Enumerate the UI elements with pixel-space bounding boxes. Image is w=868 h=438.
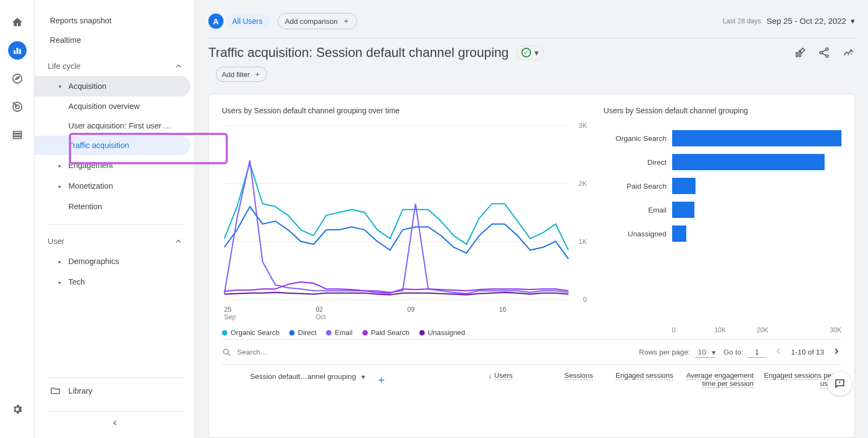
report-card: Users by Session default channel groupin… bbox=[208, 94, 855, 438]
svg-rect-7 bbox=[13, 134, 21, 136]
insights-icon[interactable] bbox=[842, 47, 855, 59]
date-range-picker[interactable]: Sep 25 - Oct 22, 2022 ▾ bbox=[767, 16, 855, 26]
rows-per-page: Rows per page: 10 ▾ bbox=[639, 347, 716, 358]
dimension-picker[interactable]: Session default…annel grouping ▾ ＋ bbox=[222, 365, 440, 395]
bar-axis: 010K20K30K bbox=[672, 326, 841, 334]
folder-icon bbox=[50, 385, 61, 396]
home-icon[interactable] bbox=[8, 13, 27, 31]
title-actions bbox=[794, 47, 855, 59]
reports-icon[interactable] bbox=[8, 41, 27, 60]
add-dimension-button[interactable]: ＋ bbox=[376, 372, 387, 387]
prev-page-button[interactable] bbox=[774, 346, 783, 358]
bar-row: Unassigned bbox=[604, 226, 841, 242]
col-users[interactable]: ↓ Users bbox=[440, 365, 520, 395]
settings-icon[interactable] bbox=[8, 400, 27, 418]
segment-badge[interactable]: A bbox=[208, 14, 224, 29]
plus-icon: ＋ bbox=[342, 16, 350, 26]
svg-point-22 bbox=[224, 349, 228, 354]
add-comparison-button[interactable]: Add comparison ＋ bbox=[278, 13, 357, 29]
chevron-up-icon bbox=[174, 237, 183, 246]
nav-label: Retention bbox=[68, 202, 102, 211]
col-label: Engaged sessions per user bbox=[764, 371, 834, 388]
nav-retention[interactable]: Retention bbox=[35, 196, 190, 217]
page-title: Traffic acquisition: Session default cha… bbox=[208, 45, 509, 60]
svg-text:1K: 1K bbox=[579, 238, 588, 246]
nav-monetization[interactable]: ▸ Monetization bbox=[35, 176, 190, 196]
date-preset-label: Last 28 days bbox=[723, 17, 761, 25]
caret-down-icon: ▾ bbox=[712, 348, 716, 357]
rpp-value: 10 bbox=[698, 348, 706, 356]
line-chart-panel: Users by Session default channel groupin… bbox=[222, 106, 591, 334]
nav-label: Library bbox=[68, 387, 92, 395]
bar-label: Organic Search bbox=[604, 134, 667, 143]
date-range-text: Sep 25 - Oct 22, 2022 bbox=[767, 16, 846, 25]
comparison-bar: A All Users Add comparison ＋ Last 28 day… bbox=[208, 13, 855, 29]
nav-tech[interactable]: ▸ Tech bbox=[35, 272, 190, 292]
share-icon[interactable] bbox=[818, 47, 830, 59]
table-header: Session default…annel grouping ▾ ＋ ↓ Use… bbox=[222, 364, 841, 395]
svg-text:0: 0 bbox=[583, 296, 587, 304]
feedback-button[interactable] bbox=[828, 372, 852, 396]
legend-item[interactable]: Paid Search bbox=[362, 328, 410, 337]
nav-acquisition[interactable]: ▾ Acquisition bbox=[35, 76, 190, 96]
pager: 1-10 of 13 bbox=[774, 346, 841, 358]
nav-user-acquisition[interactable]: User acquisition: First user … bbox=[35, 116, 190, 136]
section-life-cycle[interactable]: Life cycle bbox=[35, 56, 195, 76]
check-circle-icon: ✓ bbox=[521, 48, 531, 57]
bar-row: Email bbox=[604, 202, 841, 218]
line-chart: 3K2K1K0 bbox=[222, 119, 591, 306]
svg-text:2K: 2K bbox=[579, 180, 588, 188]
nav-reports-snapshot[interactable]: Reports snapshot bbox=[35, 11, 195, 30]
section-user[interactable]: User bbox=[35, 231, 195, 251]
section-label: Life cycle bbox=[48, 62, 80, 70]
divider bbox=[208, 38, 855, 38]
nav-label: Demographics bbox=[68, 257, 119, 266]
goto-input[interactable] bbox=[748, 347, 766, 358]
customize-report-icon[interactable] bbox=[794, 47, 806, 59]
caret-down-icon: ▾ bbox=[361, 372, 365, 381]
advertising-icon[interactable] bbox=[8, 98, 27, 116]
explore-icon[interactable] bbox=[8, 69, 27, 88]
rpp-label: Rows per page: bbox=[639, 348, 691, 356]
col-avg-engagement-time[interactable]: Average engagement time per session bbox=[681, 365, 761, 395]
rpp-select[interactable]: 10 ▾ bbox=[694, 347, 716, 358]
caret-right-icon: ▸ bbox=[59, 183, 68, 189]
svg-rect-8 bbox=[13, 137, 21, 138]
next-page-button[interactable] bbox=[832, 346, 841, 358]
nav-demographics[interactable]: ▸ Demographics bbox=[35, 251, 190, 272]
nav-engagement[interactable]: ▸ Engagement bbox=[35, 155, 190, 176]
segment-label[interactable]: All Users bbox=[227, 14, 270, 28]
caret-down-icon: ▾ bbox=[851, 16, 855, 25]
bar-row: Direct bbox=[604, 154, 841, 170]
nav-acquisition-overview[interactable]: Acquisition overview bbox=[35, 96, 190, 116]
legend-item[interactable]: Direct bbox=[289, 328, 316, 337]
bar-chart-panel: Users by Session default channel groupin… bbox=[604, 106, 841, 334]
nav-traffic-acquisition[interactable]: Traffic acquisition bbox=[35, 136, 190, 155]
chevron-up-icon bbox=[174, 62, 183, 70]
col-sessions[interactable]: Sessions bbox=[520, 365, 601, 395]
search-input[interactable] bbox=[237, 348, 346, 356]
search-wrap bbox=[222, 347, 631, 357]
bar-chart: Organic Search Direct Paid Search Email … bbox=[604, 119, 841, 323]
nav-realtime[interactable]: Realtime bbox=[35, 30, 195, 50]
main-content: A All Users Add comparison ＋ Last 28 day… bbox=[195, 0, 868, 438]
add-filter-button[interactable]: Add filter ＋ bbox=[216, 67, 267, 82]
chip-label: Add filter bbox=[222, 70, 250, 79]
nav-library[interactable]: Library bbox=[35, 378, 195, 404]
col-engaged-sessions[interactable]: Engaged sessions bbox=[601, 365, 681, 395]
search-icon bbox=[222, 347, 232, 357]
configure-icon[interactable] bbox=[8, 126, 27, 144]
status-dropdown[interactable]: ✓ ▾ bbox=[516, 46, 544, 60]
collapse-sidebar-button[interactable] bbox=[35, 412, 195, 438]
sidebar: Reports snapshot Realtime Life cycle ▾ A… bbox=[35, 0, 195, 438]
title-row: Traffic acquisition: Session default cha… bbox=[208, 45, 855, 60]
nav-label: Engagement bbox=[68, 161, 113, 170]
legend-item[interactable]: Unassigned bbox=[419, 328, 465, 337]
legend-item[interactable]: Email bbox=[326, 328, 353, 337]
caret-down-icon: ▾ bbox=[59, 83, 68, 89]
legend-item[interactable]: Organic Search bbox=[222, 328, 279, 337]
nav-label: Acquisition bbox=[68, 82, 106, 91]
dimension-label: Session default…annel grouping bbox=[250, 372, 356, 381]
caret-right-icon: ▸ bbox=[59, 279, 68, 285]
page-range: 1-10 of 13 bbox=[791, 348, 824, 356]
